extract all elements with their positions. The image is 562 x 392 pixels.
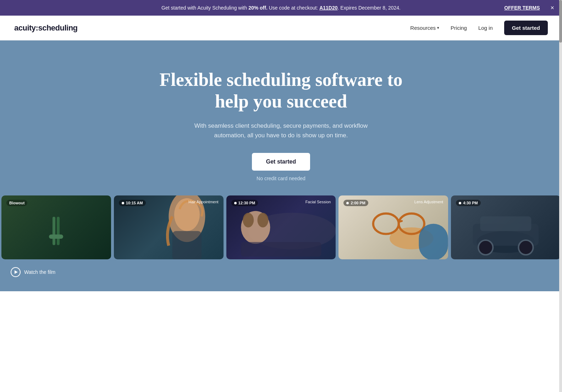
svg-rect-8: [241, 242, 321, 256]
svg-rect-1: [57, 217, 60, 245]
card-facial-title: Facial Session: [305, 200, 331, 204]
card-car: 4:30 PM: [451, 195, 561, 259]
card-lens-dot: [346, 202, 349, 204]
logo[interactable]: acuity:scheduling: [14, 23, 78, 33]
watch-film-label: Watch the film: [24, 269, 55, 275]
promo-code[interactable]: A11D20: [319, 5, 337, 11]
card-blowout-label: Blowout: [6, 200, 27, 206]
hero-title-line1: Flexible scheduling software to: [159, 70, 402, 90]
card-lens-time: 2:00 PM: [343, 200, 368, 206]
card-facial-dot: [234, 202, 237, 204]
banner-prefix: Get started with Acuity Scheduling with: [161, 5, 248, 11]
svg-point-10: [243, 213, 254, 227]
chevron-down-icon: ▾: [437, 26, 439, 30]
card-car-time: 4:30 PM: [456, 200, 481, 206]
svg-rect-4: [172, 231, 201, 259]
offer-terms-link[interactable]: OFFER TERMS: [504, 5, 540, 11]
hero-subtitle: With seamless client scheduling, secure …: [189, 121, 373, 140]
scrollbar[interactable]: [559, 0, 562, 291]
hero-title: Flexible scheduling software to help you…: [159, 69, 402, 112]
card-hair-time: 10:15 AM: [119, 200, 146, 206]
banner-text: Get started with Acuity Scheduling with …: [7, 5, 555, 11]
banner-suffix: . Expires December 8, 2024.: [338, 5, 401, 11]
nav-resources-label: Resources: [410, 25, 436, 31]
hero-get-started-button[interactable]: Get started: [252, 153, 310, 171]
svg-point-12: [373, 214, 399, 234]
svg-point-20: [519, 240, 533, 255]
nav-login[interactable]: Log in: [478, 25, 493, 31]
card-hair-title: Hair Appointment: [188, 200, 218, 204]
hero-title-line2: help you succeed: [215, 91, 347, 111]
svg-rect-2: [49, 234, 63, 239]
svg-point-9: [257, 213, 268, 227]
banner-actions: OFFER TERMS ×: [504, 4, 555, 12]
svg-rect-0: [53, 217, 55, 245]
svg-rect-15: [419, 224, 448, 259]
card-lens-title: Lens Adjustment: [414, 200, 443, 204]
nav-resources[interactable]: Resources ▾: [410, 25, 439, 31]
nav-get-started-button[interactable]: Get started: [504, 21, 548, 35]
card-hair-dot: [122, 202, 124, 204]
svg-rect-18: [480, 216, 531, 231]
nav-pricing[interactable]: Pricing: [451, 25, 467, 31]
card-lens: 2:00 PM Lens Adjustment: [338, 195, 448, 259]
card-blowout: Blowout: [1, 195, 111, 259]
banner-close-button[interactable]: ×: [550, 4, 555, 12]
card-facial: 12:30 PM Facial Session: [226, 195, 336, 259]
appointment-cards-strip: Blowout 10:15 AM Hair Appointment: [0, 195, 562, 259]
card-hair: 10:15 AM Hair Appointment: [114, 195, 224, 259]
promo-banner: Get started with Acuity Scheduling with …: [0, 0, 562, 16]
play-triangle-icon: [15, 270, 18, 274]
banner-middle: Use code at checkout:: [268, 5, 319, 11]
card-car-dot: [459, 202, 461, 204]
card-facial-time: 12:30 PM: [231, 200, 258, 206]
watch-film-link[interactable]: Watch the film: [11, 267, 55, 277]
banner-discount: 20% off.: [248, 5, 268, 11]
navbar: acuity:scheduling Resources ▾ Pricing Lo…: [0, 16, 562, 40]
play-icon: [11, 267, 21, 277]
scrollbar-thumb[interactable]: [559, 0, 562, 43]
svg-point-19: [478, 240, 493, 255]
hero-no-credit-card: No credit card needed: [257, 176, 305, 181]
hero-section: Flexible scheduling software to help you…: [0, 40, 562, 291]
nav-links: Resources ▾ Pricing Log in Get started: [410, 21, 548, 35]
